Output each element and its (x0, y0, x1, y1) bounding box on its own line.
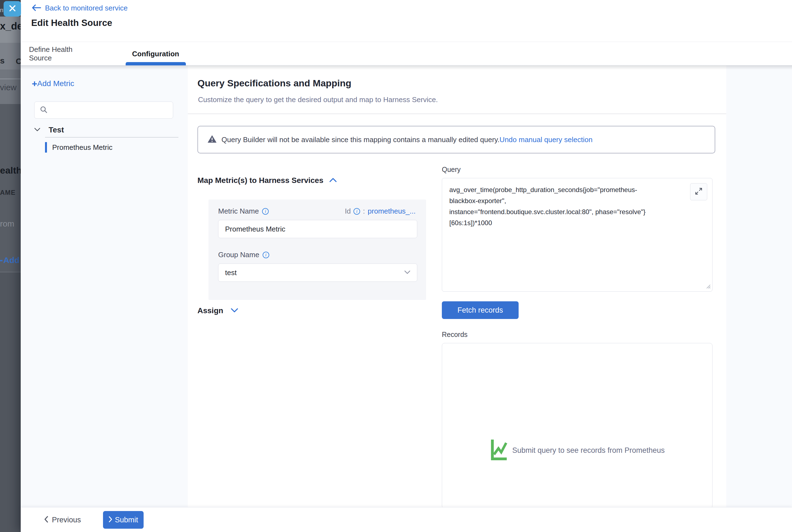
metric-group-row[interactable]: Test (34, 126, 64, 134)
bg-divider (0, 79, 21, 79)
query-specifications-panel: Query Specifications and Mapping Customi… (188, 65, 726, 507)
section-subheading: Customize the query to get the desired o… (198, 95, 438, 104)
info-icon[interactable]: i (353, 208, 360, 215)
bg-text-fragment: AME (0, 189, 16, 196)
previous-button[interactable]: Previous (44, 508, 81, 532)
line-chart-icon (490, 438, 507, 462)
records-panel: Submit query to see records from Prometh… (442, 343, 713, 509)
dimmed-background-page: nt x_dev s C view ealth S AME rom Add (0, 0, 21, 532)
group-name-label-row: Group Name i (218, 250, 269, 259)
assign-title: Assign (198, 306, 223, 315)
bg-text-fragment: view (0, 83, 17, 92)
section-divider (188, 114, 726, 114)
metric-name-label-row: Metric Name i (218, 207, 269, 215)
group-name-label: Group Name (218, 250, 259, 259)
close-icon (8, 4, 16, 13)
map-metrics-section-header[interactable]: Map Metric(s) to Harness Services (198, 176, 337, 185)
tree-divider (45, 137, 178, 137)
metric-id-row: Id i : prometheus_... (327, 207, 416, 215)
search-input[interactable] (51, 106, 167, 114)
bg-text-fragment: s (0, 56, 5, 65)
back-arrow-icon (32, 4, 41, 13)
bg-band (0, 272, 21, 532)
bg-text-fragment: Add (3, 255, 19, 265)
assign-section-header[interactable]: Assign (198, 306, 238, 315)
query-editor[interactable]: avg_over_time(probe_http_duration_second… (442, 178, 713, 292)
metrics-sidebar: + Add Metric Test (21, 65, 188, 507)
records-empty-state: Submit query to see records from Prometh… (442, 438, 713, 462)
warning-text: Query Builder will not be available sinc… (221, 135, 500, 144)
previous-label: Previous (52, 516, 81, 524)
manual-query-warning-banner: Query Builder will not be available sinc… (198, 126, 715, 153)
metric-search-box (34, 101, 173, 119)
metric-id-link[interactable]: prometheus_... (368, 207, 416, 215)
section-heading: Query Specifications and Mapping (198, 78, 351, 89)
warning-icon (207, 135, 217, 145)
expand-icon (695, 187, 702, 196)
bg-text-fragment: rom (0, 219, 14, 228)
group-name-value: test (225, 268, 404, 277)
back-to-monitored-service-link[interactable]: Back to monitored service (32, 4, 128, 13)
fetch-records-button[interactable]: Fetch records (442, 301, 519, 319)
chevron-right-icon (109, 516, 112, 524)
metric-name-input[interactable] (218, 220, 417, 238)
map-metrics-title: Map Metric(s) to Harness Services (198, 176, 324, 185)
bg-plus-fragment (0, 260, 2, 261)
bg-text-fragment: C (16, 57, 21, 66)
bg-text-fragment: ealth S (0, 165, 21, 176)
back-link-label: Back to monitored service (45, 4, 128, 13)
add-metric-label: Add Metric (37, 79, 74, 88)
id-label: Id (345, 207, 351, 215)
undo-manual-query-link[interactable]: Undo manual query selection (500, 135, 593, 144)
info-icon[interactable]: i (263, 252, 269, 258)
chevron-up-icon (329, 178, 337, 183)
query-text[interactable]: avg_over_time(probe_http_duration_second… (449, 184, 699, 228)
edit-health-source-screen: nt x_dev s C view ealth S AME rom Add Ba… (0, 0, 792, 532)
page-title: Edit Health Source (31, 18, 112, 28)
plus-icon: + (32, 79, 37, 88)
submit-button[interactable]: Submit (103, 511, 144, 529)
search-icon (40, 106, 48, 115)
id-separator: : (363, 207, 365, 215)
metric-group-label: Test (49, 126, 64, 134)
chevron-down-icon (404, 270, 410, 275)
expand-query-button[interactable] (690, 183, 707, 200)
resize-handle-icon[interactable] (706, 284, 711, 290)
selected-indicator (45, 142, 47, 153)
chevron-down-icon (231, 308, 238, 314)
metric-name-label: Metric Name (218, 207, 259, 215)
tab-bar: Define Health Source Configuration (21, 42, 792, 65)
edit-health-source-drawer: Back to monitored service Edit Health So… (21, 0, 792, 532)
tab-define-health-source[interactable]: Define Health Source (29, 42, 95, 65)
records-empty-text: Submit query to see records from Prometh… (512, 446, 665, 455)
metric-item-label: Prometheus Metric (52, 143, 112, 152)
drawer-footer: Previous Submit (21, 507, 792, 532)
sidebar-item-prometheus-metric[interactable]: Prometheus Metric (45, 142, 112, 153)
active-tab-underline (126, 62, 186, 65)
records-label: Records (442, 330, 467, 339)
metric-mapping-card: Metric Name i Id i : prometheus_... Grou… (208, 200, 426, 300)
submit-label: Submit (115, 516, 138, 524)
bg-text-fragment: x_dev (0, 20, 21, 32)
chevron-down-icon (34, 128, 40, 132)
close-button[interactable] (4, 1, 21, 17)
group-name-select[interactable]: test (218, 264, 417, 282)
chevron-left-icon (44, 516, 48, 524)
drawer-header: Back to monitored service Edit Health So… (21, 0, 792, 42)
add-metric-button[interactable]: + Add Metric (32, 79, 74, 88)
drawer-content: + Add Metric Test (21, 65, 792, 507)
query-label: Query (442, 166, 461, 174)
info-icon[interactable]: i (262, 208, 269, 215)
